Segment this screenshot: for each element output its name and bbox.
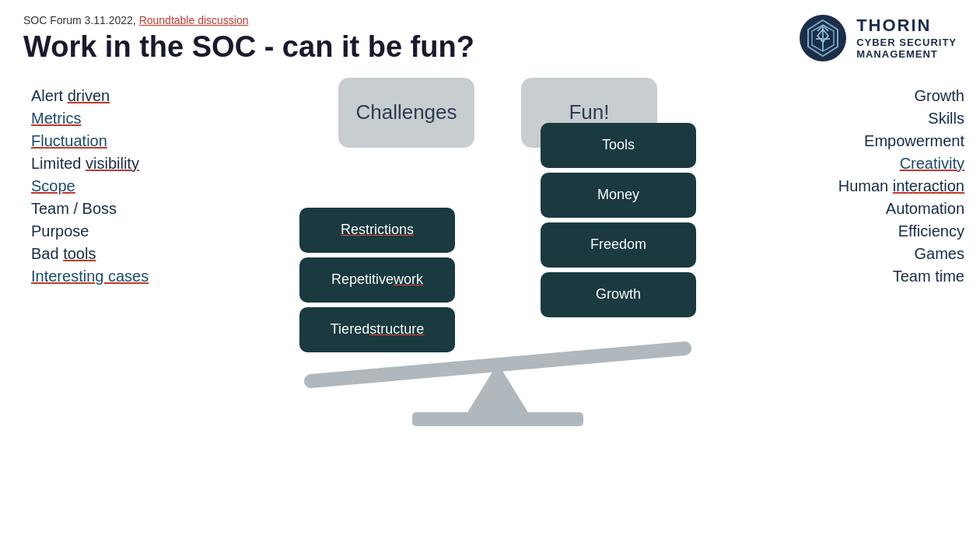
block-repetitive-work: Repetitive work (299, 257, 455, 303)
left-item-interesting-cases: Interesting cases (31, 268, 218, 285)
logo-area: THORIN CYBER SECURITY MANAGEMENT (799, 14, 957, 62)
right-item-efficiency: Efficiency (898, 222, 964, 240)
left-item-alert-driven: Alert driven (31, 87, 218, 105)
challenges-label: Challenges (338, 78, 474, 148)
left-item-purpose: Purpose (31, 222, 218, 240)
pan-right: Tools Money Freedom Growth (533, 123, 704, 317)
block-tiered-structure: Tiered structure (299, 307, 455, 352)
left-item-limited-visibility: Limited visibility (31, 155, 218, 173)
center-column: Challenges Fun! Restrictions Repetitive … (226, 72, 770, 530)
main-title: Work in the SOC - can it be fun? (23, 31, 474, 64)
forum-static-text: SOC Forum 3.11.2022, (23, 14, 139, 26)
left-item-fluctuation: Fluctuation (31, 132, 218, 150)
right-item-growth: Growth (915, 87, 964, 105)
logo-thorin: THORIN (856, 16, 957, 36)
right-item-automation: Automation (886, 200, 964, 218)
right-column: Growth Skills Empowerment Creativity Hum… (770, 72, 980, 530)
thorin-logo-icon (799, 14, 847, 62)
forum-text: SOC Forum 3.11.2022, Roundtable discussi… (23, 14, 474, 26)
right-item-empowerment: Empowerment (864, 132, 964, 150)
right-item-team-time: Team time (893, 268, 964, 285)
right-item-skills: Skills (928, 110, 964, 128)
pan-left: Restrictions Repetitive work Tiered stru… (292, 208, 463, 352)
block-freedom: Freedom (541, 222, 696, 268)
left-item-metrics: Metrics (31, 110, 218, 128)
left-item-team-boss: Team / Boss (31, 200, 218, 218)
right-item-human-interaction: Human interaction (838, 177, 964, 195)
left-item-scope: Scope (31, 177, 218, 195)
right-item-games: Games (915, 245, 964, 263)
left-item-bad-tools: Bad tools (31, 245, 218, 263)
left-column: Alert driven Metrics Fluctuation Limited… (0, 72, 226, 530)
block-growth: Growth (541, 272, 696, 317)
roundtable-link[interactable]: Roundtable discussion (139, 14, 249, 26)
right-item-creativity: Creativity (900, 155, 964, 173)
header-left: SOC Forum 3.11.2022, Roundtable discussi… (23, 14, 474, 64)
logo-line2: MANAGEMENT (856, 48, 957, 61)
logo-line1: CYBER SECURITY (856, 37, 957, 49)
block-money: Money (541, 173, 696, 218)
base-platform (412, 412, 583, 426)
block-tools: Tools (541, 123, 696, 168)
content-area: Alert driven Metrics Fluctuation Limited… (0, 64, 980, 530)
block-restrictions: Restrictions (299, 208, 455, 253)
header: SOC Forum 3.11.2022, Roundtable discussi… (0, 0, 980, 64)
logo-text: THORIN CYBER SECURITY MANAGEMENT (856, 16, 957, 61)
scale-wrapper: Restrictions Repetitive work Tiered stru… (280, 154, 716, 450)
